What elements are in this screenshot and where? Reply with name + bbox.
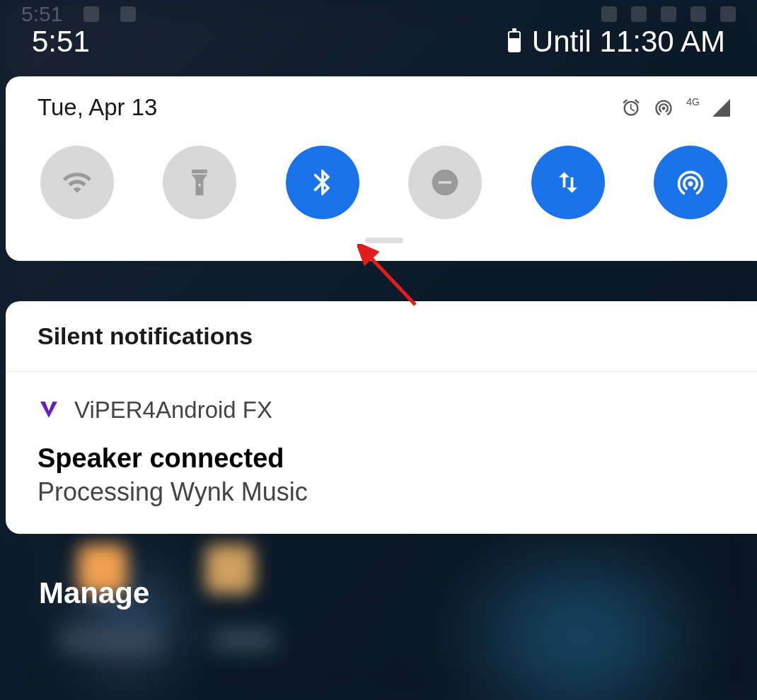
notif-app-name: ViPER4Android FX: [74, 397, 272, 424]
manage-button[interactable]: Manage: [39, 576, 149, 610]
alarm-icon: [621, 98, 641, 117]
quick-settings-panel: Tue, Apr 13 4G: [6, 76, 757, 261]
hotspot-status-icon: [654, 98, 674, 117]
notif-section-header: Silent notifications: [6, 301, 757, 372]
battery-icon: [508, 31, 521, 52]
qs-toggle-bluetooth[interactable]: [286, 146, 359, 219]
qs-expand-handle[interactable]: [365, 238, 403, 243]
wifi-icon: [62, 167, 93, 198]
notification-item[interactable]: ViPER4Android FX Speaker connected Proce…: [6, 372, 757, 534]
background-wallpaper: [60, 629, 159, 651]
notif-app-row: ViPER4Android FX: [37, 397, 725, 424]
hotspot-icon: [675, 167, 706, 198]
qs-toggle-mobile-data[interactable]: [531, 146, 605, 219]
background-wallpaper: [212, 629, 276, 651]
bluetooth-icon: [307, 167, 338, 198]
qs-status-icons: 4G: [621, 98, 730, 117]
network-type-label: 4G: [686, 96, 700, 107]
manage-label: Manage: [39, 576, 149, 609]
qs-toggle-wifi[interactable]: [40, 146, 114, 219]
notif-text: Processing Wynk Music: [37, 477, 725, 507]
viper-app-icon: [37, 399, 60, 421]
background-wallpaper: [205, 544, 255, 594]
mobile-data-icon: [553, 167, 584, 198]
signal-icon: [712, 99, 730, 117]
qs-toggle-dnd[interactable]: [408, 146, 482, 219]
battery-until-label: Until 11:30 AM: [532, 25, 725, 59]
shade-time: 5:51: [32, 25, 90, 59]
qs-date[interactable]: Tue, Apr 13: [37, 94, 157, 121]
qs-toggle-flashlight[interactable]: [163, 146, 236, 219]
shade-header: 5:51 Until 11:30 AM: [0, 25, 757, 59]
flashlight-icon: [184, 167, 215, 198]
battery-estimate: Until 11:30 AM: [508, 25, 725, 59]
qs-toggle-hotspot[interactable]: [654, 146, 727, 219]
notif-title: Speaker connected: [37, 443, 725, 474]
notifications-panel: Silent notifications ViPER4Android FX Sp…: [6, 301, 757, 534]
do-not-disturb-icon: [429, 167, 461, 198]
system-status-bar: 5:51: [0, 0, 757, 28]
